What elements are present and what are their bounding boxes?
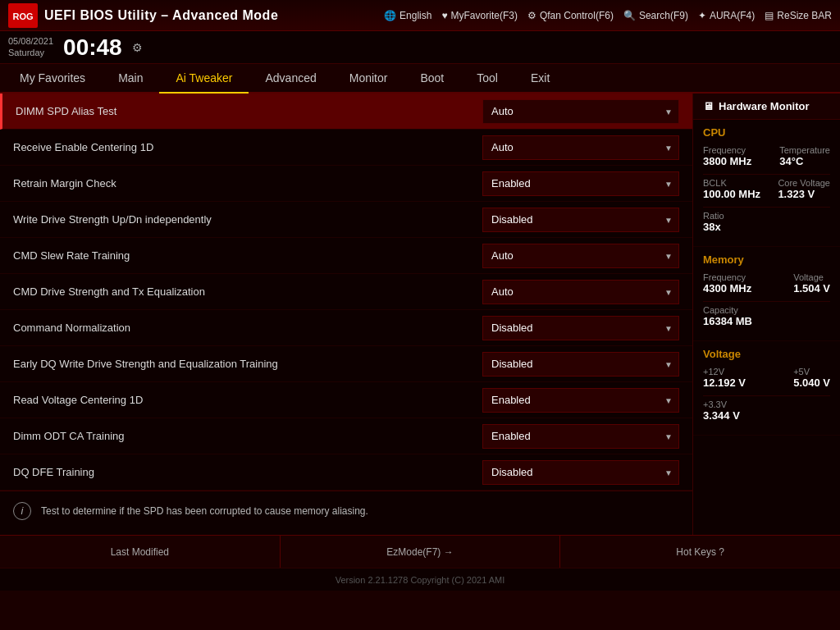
setting-label-10: DQ DFE Training [13, 466, 482, 478]
datetime-bar: 05/08/2021 Saturday 00:48 ⚙ [0, 31, 840, 64]
hw-section-memory: Memory Frequency 4300 MHz Voltage 1.504 … [693, 247, 840, 341]
setting-select-9[interactable]: AutoEnabledDisabled [482, 424, 679, 449]
cpu-frequency-value: 3800 MHz [703, 155, 751, 167]
setting-row-2: Retrain Margin CheckAutoEnabledDisabled▼ [0, 166, 692, 202]
mem-frequency-value: 4300 MHz [703, 282, 751, 294]
header-title: UEFI BIOS Utility – Advanced Mode [44, 8, 384, 23]
setting-row-7: Early DQ Write Drive Strength and Equali… [0, 346, 692, 382]
tab-monitor[interactable]: Monitor [333, 64, 404, 94]
setting-select-1[interactable]: AutoEnabledDisabled [482, 135, 679, 160]
footer-copyright: Version 2.21.1278 Copyright (C) 2021 AMI [0, 568, 840, 591]
tab-ai-tweaker[interactable]: Ai Tweaker [159, 64, 249, 94]
info-icon: i [13, 502, 31, 520]
setting-select-6[interactable]: AutoEnabledDisabled [482, 316, 679, 340]
tool-resizebar[interactable]: ▤ ReSize BAR [765, 10, 832, 21]
cpu-corevoltage-label: Core Voltage [778, 178, 830, 188]
v12-label: +12V [703, 367, 746, 377]
v5-value: 5.040 V [793, 377, 830, 389]
setting-row-8: Read Voltage Centering 1DAutoEnabledDisa… [0, 382, 692, 418]
aura-icon: ✦ [698, 10, 706, 21]
setting-select-3[interactable]: AutoEnabledDisabled [482, 208, 679, 232]
v5-label: +5V [793, 367, 830, 377]
setting-row-5: CMD Drive Strength and Tx EqualizationAu… [0, 274, 692, 310]
setting-select-8[interactable]: AutoEnabledDisabled [482, 388, 679, 413]
setting-select-5[interactable]: AutoEnabledDisabled [482, 280, 679, 304]
setting-row-9: Dimm ODT CA TrainingAutoEnabledDisabled▼ [0, 418, 692, 454]
setting-select-4[interactable]: AutoEnabledDisabled [482, 244, 679, 268]
hardware-monitor-sidebar: 🖥 Hardware Monitor CPU Frequency 3800 MH… [692, 94, 840, 535]
search-icon: 🔍 [623, 10, 636, 21]
setting-value-wrapper-10: AutoEnabledDisabled▼ [482, 460, 679, 485]
v12-value: 12.192 V [703, 377, 746, 389]
globe-icon: 🌐 [384, 10, 396, 21]
setting-label-8: Read Voltage Centering 1D [13, 394, 482, 406]
setting-label-5: CMD Drive Strength and Tx Equalization [13, 285, 482, 298]
setting-label-6: Command Normalization [13, 322, 482, 334]
footer-ezmode[interactable]: EzMode(F7) → [281, 536, 561, 568]
setting-value-wrapper-6: AutoEnabledDisabled▼ [482, 316, 679, 340]
mem-capacity-label: Capacity [703, 305, 752, 315]
v33-row: +3.3V 3.344 V [703, 399, 830, 423]
rog-logo: ROG [8, 3, 38, 28]
setting-select-7[interactable]: AutoEnabledDisabled [482, 352, 679, 377]
info-bar: i Test to determine if the SPD has been … [0, 491, 692, 530]
resize-icon: ▤ [765, 10, 774, 21]
cpu-frequency-row: Frequency 3800 MHz Temperature 34°C [703, 145, 830, 169]
cpu-temp-value: 34°C [779, 155, 830, 167]
header: ROG UEFI BIOS Utility – Advanced Mode 🌐 … [0, 0, 840, 31]
setting-label-3: Write Drive Strength Up/Dn independently [13, 213, 482, 226]
cpu-bclk-label: BCLK [703, 178, 760, 188]
tool-qfan[interactable]: ⚙ Qfan Control(F6) [527, 10, 614, 21]
setting-row-3: Write Drive Strength Up/Dn independently… [0, 202, 692, 238]
setting-row-6: Command NormalizationAutoEnabledDisabled… [0, 310, 692, 346]
content-area: DIMM SPD Alias TestAutoEnabledDisabled▼R… [0, 94, 692, 535]
time-display: 00:48 [63, 34, 122, 61]
v33-value: 3.344 V [703, 409, 740, 422]
setting-select-2[interactable]: AutoEnabledDisabled [482, 171, 679, 196]
setting-label-9: Dimm ODT CA Training [13, 430, 482, 442]
cpu-section-title: CPU [703, 126, 830, 139]
monitor-icon: 🖥 [703, 100, 714, 112]
nav-bar: My Favorites Main Ai Tweaker Advanced Mo… [0, 64, 840, 94]
tab-exit[interactable]: Exit [514, 64, 566, 94]
setting-row-4: CMD Slew Rate TrainingAutoEnabledDisable… [0, 238, 692, 274]
tab-tool[interactable]: Tool [460, 64, 514, 94]
v33-label: +3.3V [703, 399, 740, 409]
setting-row-0: DIMM SPD Alias TestAutoEnabledDisabled▼ [0, 94, 692, 130]
hw-divider-4 [703, 395, 830, 396]
setting-select-10[interactable]: AutoEnabledDisabled [482, 460, 679, 485]
tool-myfavorite[interactable]: ♥ MyFavorite(F3) [441, 10, 517, 21]
cpu-bclk-row: BCLK 100.00 MHz Core Voltage 1.323 V [703, 178, 830, 202]
footer-hotkeys[interactable]: Hot Keys ? [560, 536, 840, 568]
info-text: Test to determine if the SPD has been co… [41, 505, 368, 517]
tab-advanced[interactable]: Advanced [249, 64, 332, 94]
voltage-section-title: Voltage [703, 348, 830, 360]
heart-icon: ♥ [441, 10, 447, 21]
mem-voltage-label: Voltage [793, 272, 830, 282]
hw-section-cpu: CPU Frequency 3800 MHz Temperature 34°C … [693, 120, 840, 247]
setting-value-wrapper-8: AutoEnabledDisabled▼ [482, 388, 679, 413]
setting-row-10: DQ DFE TrainingAutoEnabledDisabled▼ [0, 454, 692, 491]
setting-value-wrapper-0: AutoEnabledDisabled▼ [482, 99, 679, 124]
setting-label-0: DIMM SPD Alias Test [16, 105, 482, 117]
setting-select-0[interactable]: AutoEnabledDisabled [482, 99, 679, 124]
setting-value-wrapper-4: AutoEnabledDisabled▼ [482, 244, 679, 268]
mem-capacity-value: 16384 MB [703, 315, 752, 327]
mem-frequency-label: Frequency [703, 272, 751, 282]
footer-last-modified[interactable]: Last Modified [0, 536, 281, 568]
tab-my-favorites[interactable]: My Favorites [3, 64, 102, 94]
tab-main[interactable]: Main [102, 64, 159, 94]
memory-section-title: Memory [703, 253, 830, 266]
footer-nav: Last Modified EzMode(F7) → Hot Keys ? [0, 535, 840, 568]
mem-capacity-row: Capacity 16384 MB [703, 305, 830, 329]
tool-aura[interactable]: ✦ AURA(F4) [698, 10, 755, 21]
setting-value-wrapper-2: AutoEnabledDisabled▼ [482, 171, 679, 196]
hw-monitor-title: 🖥 Hardware Monitor [693, 94, 840, 120]
settings-gear-icon[interactable]: ⚙ [132, 41, 143, 54]
cpu-ratio-label: Ratio [703, 211, 724, 221]
tool-search[interactable]: 🔍 Search(F9) [623, 10, 688, 21]
v12-row: +12V 12.192 V +5V 5.040 V [703, 367, 830, 390]
cpu-temp-label: Temperature [779, 145, 830, 155]
tool-english[interactable]: 🌐 English [384, 10, 431, 21]
tab-boot[interactable]: Boot [404, 64, 460, 94]
